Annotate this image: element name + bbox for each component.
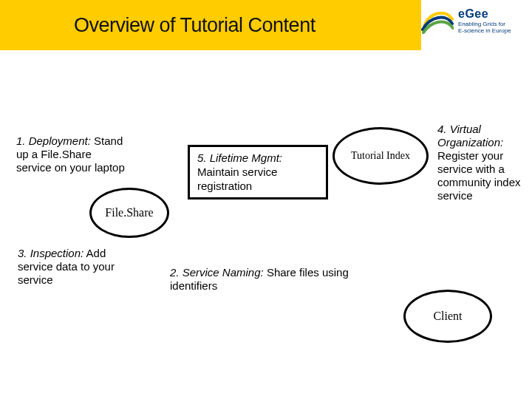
box-lifetime-rest: Maintain service registration	[197, 166, 277, 192]
anno-inspection: 3. Inspection: Add service data to your …	[18, 247, 129, 287]
anno-deployment: 1. Deployment: Stand up a File.Share ser…	[16, 134, 127, 174]
ellipse-client: Client	[403, 290, 492, 343]
ellipse-tutorial-label: Tutorial Index	[351, 150, 410, 162]
ellipse-fileshare: File.Share	[89, 188, 169, 238]
anno-virtual-org-rest: Register your service with a community i…	[437, 149, 521, 202]
title-band: Overview of Tutorial Content	[0, 0, 421, 50]
anno-virtual-org-lead: 4. Virtual Organization:	[437, 123, 503, 149]
egee-swoosh-icon	[421, 4, 454, 37]
diagram-stage: 1. Deployment: Stand up a File.Share ser…	[0, 58, 532, 399]
box-lifetime-mgmt: 5. Lifetime Mgmt: Maintain service regis…	[188, 145, 328, 200]
logo-tagline-2: E-science in Europe	[458, 27, 511, 34]
logo-area: eGee Enabling Grids for E-science in Eur…	[421, 0, 532, 58]
logo-name: eGee	[458, 7, 511, 21]
anno-virtual-org: 4. Virtual Organization: Register your s…	[437, 123, 528, 202]
anno-inspection-lead: 3. Inspection:	[18, 247, 83, 259]
page-title: Overview of Tutorial Content	[74, 14, 316, 37]
logo-tagline-1: Enabling Grids for	[458, 21, 511, 27]
ellipse-client-label: Client	[433, 310, 462, 323]
box-lifetime-lead: 5. Lifetime Mgmt:	[197, 151, 282, 164]
anno-service-naming: 2. Service Naming: Share files using ide…	[170, 266, 384, 293]
header: Overview of Tutorial Content eGee Enabli…	[0, 0, 532, 58]
anno-service-naming-lead: 2. Service Naming:	[170, 266, 264, 279]
anno-deployment-lead: 1. Deployment:	[16, 134, 91, 147]
ellipse-tutorial-index: Tutorial Index	[332, 127, 429, 185]
ellipse-fileshare-label: File.Share	[105, 206, 153, 219]
